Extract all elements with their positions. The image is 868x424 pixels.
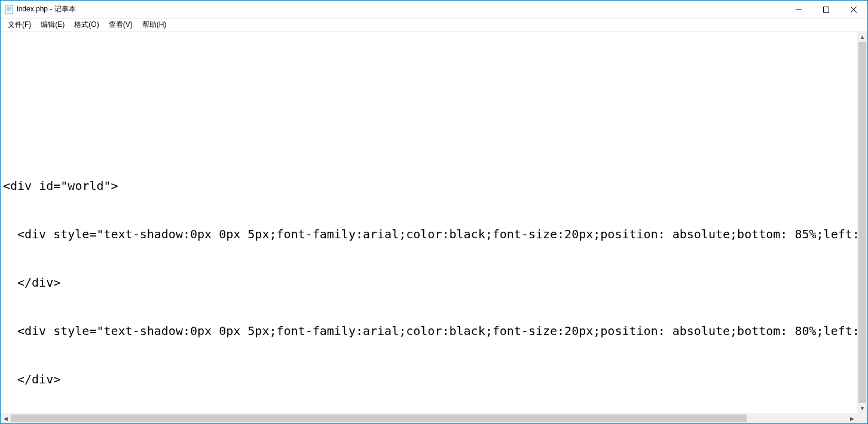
code-line: <div style="text-shadow:0px 0px 5px;font… bbox=[3, 226, 855, 242]
minimize-button[interactable] bbox=[785, 1, 812, 18]
menu-edit[interactable]: 编辑(E) bbox=[36, 19, 69, 31]
maximize-button[interactable] bbox=[812, 1, 840, 18]
vertical-scrollbar[interactable]: ▲ ▼ bbox=[857, 32, 867, 413]
notepad-icon bbox=[4, 5, 14, 14]
scroll-track[interactable] bbox=[857, 42, 867, 403]
titlebar[interactable]: index.php - 记事本 bbox=[1, 1, 867, 19]
scroll-track[interactable] bbox=[11, 413, 847, 423]
close-button[interactable] bbox=[840, 1, 867, 18]
menu-help[interactable]: 帮助(H) bbox=[137, 19, 172, 31]
scroll-left-icon[interactable]: ◀ bbox=[1, 413, 11, 423]
scrollbar-corner bbox=[857, 413, 867, 423]
scroll-thumb[interactable] bbox=[11, 414, 747, 422]
blank-space bbox=[3, 65, 855, 146]
svg-rect-6 bbox=[824, 7, 829, 12]
menu-view[interactable]: 查看(V) bbox=[104, 19, 137, 31]
scroll-down-icon[interactable]: ▼ bbox=[857, 403, 867, 413]
horizontal-scrollbar[interactable]: ◀ ▶ bbox=[1, 413, 857, 423]
scroll-up-icon[interactable]: ▲ bbox=[857, 32, 867, 42]
code-line: <div style="text-shadow:0px 0px 5px;font… bbox=[3, 323, 855, 339]
window-controls bbox=[785, 1, 867, 18]
editor-area: <div id="world"> <div style="text-shadow… bbox=[1, 32, 867, 423]
code-line: </div> bbox=[3, 371, 855, 388]
menubar: 文件(F) 编辑(E) 格式(O) 查看(V) 帮助(H) bbox=[1, 19, 867, 32]
code-line: <div id="world"> bbox=[3, 178, 855, 194]
scroll-right-icon[interactable]: ▶ bbox=[847, 413, 857, 423]
text-editor[interactable]: <div id="world"> <div style="text-shadow… bbox=[1, 32, 857, 413]
menu-format[interactable]: 格式(O) bbox=[69, 19, 103, 31]
notepad-window: index.php - 记事本 文件(F) 编辑(E) 格式(O) 查看(V) … bbox=[0, 0, 868, 424]
menu-file[interactable]: 文件(F) bbox=[3, 19, 36, 31]
window-title: index.php - 记事本 bbox=[17, 4, 785, 14]
code-line: </div> bbox=[3, 275, 855, 291]
scroll-thumb[interactable] bbox=[858, 42, 866, 403]
